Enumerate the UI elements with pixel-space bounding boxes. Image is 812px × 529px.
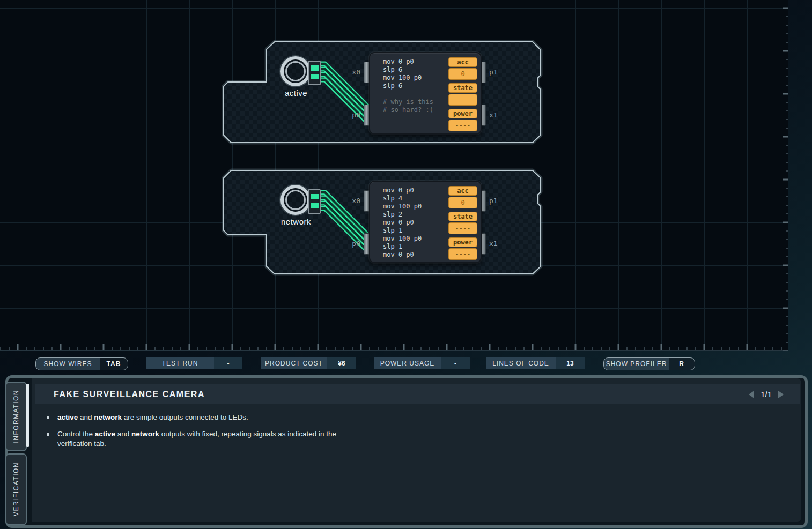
- instruction-item: active and network are simple outputs co…: [47, 413, 347, 422]
- code-line: slp 1: [383, 243, 448, 251]
- product-cost-label: PRODUCT COST: [261, 357, 327, 369]
- register-value: 0: [448, 197, 477, 208]
- power-usage-value: -: [441, 357, 470, 369]
- puzzle-title-bar: FAKE SURVEILLANCE CAMERA 1/1: [35, 384, 800, 404]
- register-name: power: [448, 109, 477, 118]
- lines-of-code-value: 13: [556, 357, 585, 369]
- code-line: mov 100 p0: [383, 235, 448, 243]
- code-line: slp 1: [383, 227, 448, 235]
- instruction-text: Control the active and network outputs w…: [57, 429, 347, 449]
- register-value: ----: [448, 120, 477, 131]
- led-component[interactable]: [280, 185, 311, 215]
- show-profiler-label: SHOW PROFILER: [604, 358, 669, 370]
- product-cost-value: ¥6: [327, 357, 356, 369]
- pin-label-p0: p0: [342, 240, 360, 248]
- code-editor[interactable]: mov 0 p0slp 6mov 100 p0slp 6 # why is th…: [370, 53, 448, 133]
- register-value: ----: [448, 222, 477, 234]
- code-editor[interactable]: mov 0 p0slp 4mov 100 p0slp 2mov 0 p0slp …: [370, 182, 448, 262]
- pin-label-x0: x0: [342, 197, 360, 205]
- show-wires-button[interactable]: SHOW WIRES TAB: [35, 357, 128, 370]
- code-line: mov 0 p0: [383, 219, 448, 227]
- code-line: mov 0 p0: [383, 58, 448, 66]
- led-component[interactable]: [280, 56, 311, 86]
- tab-verification-label: VERIFICATION: [12, 462, 20, 516]
- code-line: [383, 90, 448, 98]
- info-panel: FAKE SURVEILLANCE CAMERA 1/1 active and …: [32, 378, 801, 522]
- led-label: network: [264, 217, 328, 226]
- register-value: 0: [448, 68, 477, 80]
- page-navigation: 1/1: [749, 384, 784, 404]
- instruction-list: active and network are simple outputs co…: [47, 413, 347, 456]
- register-name: state: [448, 212, 477, 221]
- code-line: # why is this: [383, 98, 448, 106]
- pin-label-p0: p0: [342, 111, 360, 119]
- microcontroller-chip[interactable]: mov 0 p0slp 4mov 100 p0slp 2mov 0 p0slp …: [369, 181, 482, 263]
- instruction-text: active and network are simple outputs co…: [57, 413, 248, 422]
- led-inner-ring: [285, 61, 306, 81]
- code-line: # so hard? :(: [383, 106, 448, 114]
- instruction-item: Control the active and network outputs w…: [47, 429, 347, 449]
- test-run-label: TEST RUN: [146, 357, 214, 369]
- code-line: slp 6: [383, 82, 448, 90]
- led-inner-ring: [285, 190, 306, 210]
- puzzle-title: FAKE SURVEILLANCE CAMERA: [35, 390, 205, 399]
- pin-label-p1: p1: [489, 197, 507, 205]
- connector-pad: [311, 203, 319, 208]
- bullet-icon: [47, 416, 49, 419]
- led-connector[interactable]: [308, 189, 321, 214]
- led-label: active: [264, 88, 328, 98]
- register-power: power ----: [448, 109, 477, 131]
- code-line: mov 100 p0: [383, 74, 448, 82]
- pin-label-x1: x1: [489, 240, 507, 248]
- test-run-value: -: [214, 357, 242, 369]
- code-line: slp 6: [383, 66, 448, 74]
- register-power: power ----: [448, 237, 477, 260]
- bullet-icon: [47, 433, 49, 436]
- register-name: power: [448, 237, 477, 247]
- register-acc: acc 0: [448, 186, 477, 208]
- code-line: slp 4: [383, 195, 448, 203]
- register-acc: acc 0: [448, 57, 477, 80]
- register-value: ----: [448, 248, 477, 260]
- lines-of-code-label: LINES OF CODE: [486, 357, 556, 369]
- product-cost-stat: PRODUCT COST ¥6: [261, 357, 356, 369]
- pin-label-x0: x0: [342, 68, 360, 76]
- test-run-button[interactable]: TEST RUN -: [146, 357, 242, 369]
- pin-label-x1: x1: [489, 111, 507, 119]
- microcontroller-chip[interactable]: mov 0 p0slp 6mov 100 p0slp 6 # why is th…: [369, 52, 482, 135]
- connector-pad: [311, 65, 319, 71]
- show-profiler-button[interactable]: SHOW PROFILER R: [603, 357, 695, 370]
- power-usage-stat: POWER USAGE -: [374, 357, 470, 369]
- lines-of-code-stat: LINES OF CODE 13: [486, 357, 585, 369]
- show-wires-label: SHOW WIRES: [36, 358, 100, 370]
- register-state: state ----: [448, 212, 477, 234]
- tab-verification[interactable]: VERIFICATION: [5, 453, 27, 525]
- code-line: slp 2: [383, 211, 448, 219]
- tab-information[interactable]: INFORMATION: [5, 382, 27, 451]
- shenzhen-io-screen: { "toolbar": { "show_wires": {"label": "…: [0, 0, 812, 529]
- register-name: acc: [448, 57, 477, 67]
- show-wires-hotkey: TAB: [100, 358, 128, 370]
- pin-label-p1: p1: [489, 68, 507, 76]
- connector-pad: [311, 194, 319, 199]
- register-state: state ----: [448, 83, 477, 106]
- register-name: state: [448, 83, 477, 93]
- show-profiler-hotkey: R: [669, 358, 695, 370]
- led-connector[interactable]: [308, 61, 321, 85]
- code-line: mov 0 p0: [383, 187, 448, 195]
- prev-page-icon[interactable]: [749, 391, 754, 398]
- register-value: ----: [448, 94, 477, 106]
- connector-pad: [311, 74, 319, 79]
- register-name: acc: [448, 186, 477, 196]
- tab-information-label: INFORMATION: [12, 390, 20, 443]
- page-indicator: 1/1: [761, 390, 772, 399]
- code-line: mov 0 p0: [383, 251, 448, 259]
- next-page-icon[interactable]: [778, 391, 784, 398]
- code-line: mov 100 p0: [383, 203, 448, 211]
- active-tab-indicator: [26, 384, 29, 447]
- power-usage-label: POWER USAGE: [374, 357, 441, 369]
